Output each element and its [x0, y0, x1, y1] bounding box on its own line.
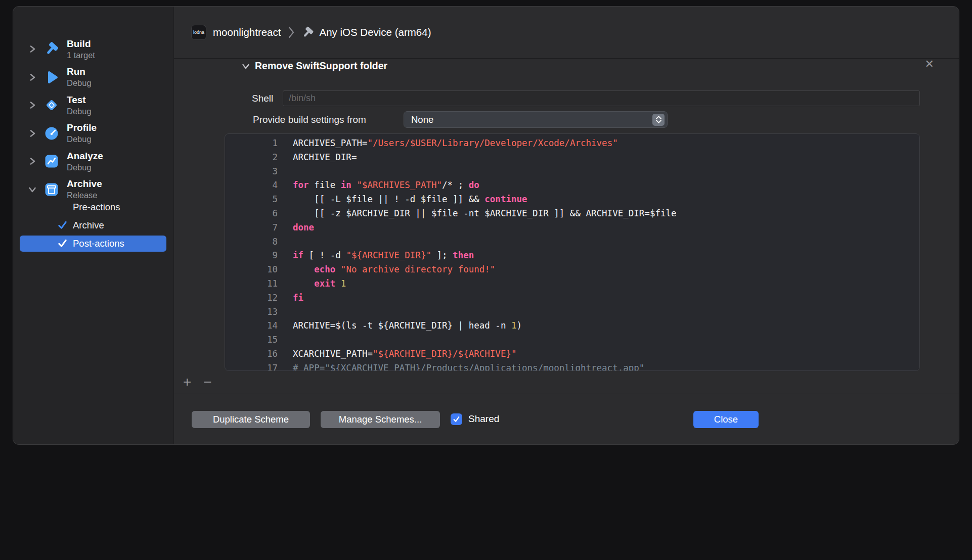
check-icon — [453, 415, 460, 423]
action-title: Remove SwiftSupport folder — [255, 60, 387, 72]
scheme-header: loóna moonlightreact Any iOS Device (arm… — [174, 7, 959, 59]
shell-label: Shell — [252, 93, 273, 104]
profile-icon — [43, 125, 60, 142]
chevron-down-icon[interactable] — [27, 184, 37, 195]
line-number: 1 — [225, 136, 278, 151]
sidebar-item-analyze[interactable]: AnalyzeDebug — [13, 148, 174, 174]
code-line: 12fi — [225, 291, 919, 305]
sidebar-item-sublabel: Debug — [67, 162, 103, 173]
script-editor[interactable]: 1ARCHIVES_PATH="/Users/$USER/Library/Dev… — [225, 133, 920, 371]
check-icon — [57, 238, 68, 249]
sidebar-subitem-pre-actions[interactable]: Pre-actions — [20, 199, 166, 215]
sidebar-item-test[interactable]: TestDebug — [13, 92, 174, 118]
breadcrumb-separator-icon — [288, 26, 295, 39]
chevron-right-icon[interactable] — [27, 100, 37, 110]
line-number: 9 — [225, 249, 278, 263]
line-number: 12 — [225, 291, 278, 305]
line-number: 4 — [225, 178, 278, 193]
code-line: 15 — [225, 333, 919, 347]
sidebar-item-label: Analyze — [67, 150, 103, 162]
check-icon — [57, 220, 68, 230]
build-settings-dropdown[interactable]: None — [404, 111, 668, 128]
collapse-chevron-icon[interactable] — [241, 61, 251, 71]
duplicate-scheme-button[interactable]: Duplicate Scheme — [192, 411, 310, 428]
remove-action-button[interactable]: − — [203, 375, 211, 389]
code-line: 4for file in "$ARCHIVES_PATH"/* ; do — [225, 178, 919, 193]
shell-input[interactable] — [283, 90, 920, 106]
sidebar-item-label: Archive — [67, 178, 102, 190]
test-icon — [43, 97, 60, 113]
line-number: 3 — [225, 165, 278, 179]
sidebar-item-label: Build — [67, 38, 95, 50]
chevron-right-icon[interactable] — [27, 156, 37, 166]
sidebar-item-sublabel: Debug — [67, 134, 97, 145]
destination-name: Any iOS Device (arm64) — [319, 26, 431, 38]
close-icon[interactable]: ✕ — [925, 59, 934, 70]
line-number: 10 — [225, 263, 278, 277]
code-line: 1ARCHIVES_PATH="/Users/$USER/Library/Dev… — [225, 136, 919, 151]
sidebar-item-label: Run — [67, 66, 92, 78]
chevron-right-icon[interactable] — [27, 72, 37, 82]
bottom-divider — [174, 394, 959, 394]
code-line: 6 [[ -z $ARCHIVE_DIR || $file -nt $ARCHI… — [225, 207, 919, 221]
manage-schemes-button[interactable]: Manage Schemes... — [321, 411, 440, 428]
sidebar-item-label: Test — [67, 94, 92, 106]
sidebar-subitem-label: Archive — [73, 220, 104, 231]
code-line: 2ARCHIVE_DIR= — [225, 151, 919, 165]
sidebar-item-archive[interactable]: ArchiveRelease — [13, 176, 174, 203]
dropdown-selected-value: None — [411, 114, 652, 125]
line-number: 2 — [225, 151, 278, 165]
sidebar-subitem-label: Post-actions — [73, 238, 124, 249]
chevron-right-icon[interactable] — [27, 128, 37, 138]
sidebar-subitem-label: Pre-actions — [73, 202, 120, 213]
sidebar-item-sublabel: Debug — [67, 78, 92, 88]
sidebar-item-run[interactable]: RunDebug — [13, 64, 174, 90]
code-line: 5 [[ -L $file || ! -d $file ]] && contin… — [225, 193, 919, 207]
sidebar-item-sublabel: Debug — [67, 106, 92, 117]
code-line: 14ARCHIVE=$(ls -t ${ARCHIVE_DIR} | head … — [225, 319, 919, 333]
scheme-editor-window: Build1 targetRunDebugTestDebugProfileDeb… — [13, 6, 959, 445]
code-line: 8 — [225, 235, 919, 249]
sidebar-subitem-archive[interactable]: Archive — [20, 217, 166, 234]
sidebar-item-label: Profile — [67, 122, 97, 134]
archive-icon — [43, 181, 60, 198]
sidebar-item-sublabel: 1 target — [67, 50, 95, 61]
hammer-icon — [301, 26, 315, 39]
line-number: 8 — [225, 235, 278, 249]
line-number: 6 — [225, 207, 278, 221]
scheme-main-panel: loóna moonlightreact Any iOS Device (arm… — [174, 7, 959, 444]
shared-checkbox[interactable] — [451, 413, 462, 425]
scheme-name: moonlightreact — [213, 26, 281, 38]
line-number: 16 — [225, 347, 278, 361]
action-list-controls: + − — [183, 374, 212, 390]
code-line: 10 echo "No archive directory found!" — [225, 263, 919, 277]
sidebar-item-build[interactable]: Build1 target — [13, 36, 174, 62]
line-number: 15 — [225, 333, 278, 347]
line-number: 5 — [225, 193, 278, 207]
bottom-bar: Duplicate Scheme Manage Schemes... Share… — [174, 411, 959, 428]
app-icon: loóna — [191, 25, 206, 40]
code-line: 13 — [225, 305, 919, 319]
hammer-icon — [43, 41, 60, 57]
line-number: 7 — [225, 221, 278, 235]
sidebar-item-profile[interactable]: ProfileDebug — [13, 120, 174, 147]
code-line: 11 exit 1 — [225, 277, 919, 291]
scheme-sidebar: Build1 targetRunDebugTestDebugProfileDeb… — [13, 7, 174, 444]
line-number: 13 — [225, 305, 278, 319]
line-number: 17 — [225, 361, 278, 371]
add-action-button[interactable]: + — [183, 375, 191, 389]
code-line: 3 — [225, 165, 919, 179]
run-icon — [43, 69, 60, 85]
line-number: 11 — [225, 277, 278, 291]
code-line: 17# APP="${XCARCHIVE_PATH}/Products/Appl… — [225, 361, 919, 371]
sidebar-subitem-post-actions[interactable]: Post-actions — [20, 236, 166, 252]
close-button[interactable]: Close — [693, 411, 759, 428]
analyze-icon — [43, 153, 60, 169]
line-number: 14 — [225, 319, 278, 333]
code-line: 7done — [225, 221, 919, 235]
shared-label: Shared — [468, 413, 499, 425]
chevron-right-icon[interactable] — [27, 44, 37, 54]
code-line: 16XCARCHIVE_PATH="${ARCHIVE_DIR}/${ARCHI… — [225, 347, 919, 361]
code-line: 9if [ ! -d "${ARCHIVE_DIR}" ]; then — [225, 249, 919, 263]
stepper-icon — [652, 114, 665, 126]
